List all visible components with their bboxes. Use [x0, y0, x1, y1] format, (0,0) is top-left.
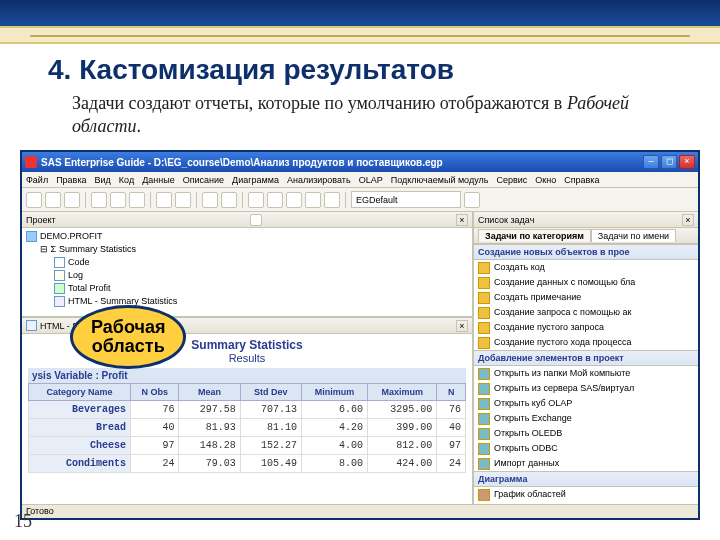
task-section: Диаграмма	[474, 471, 698, 487]
menu-graph[interactable]: Диаграмма	[232, 175, 279, 185]
cell: 6.60	[301, 401, 367, 419]
task-icon	[478, 307, 490, 319]
task-item[interactable]: График областей	[474, 487, 698, 502]
tab-by-name[interactable]: Задачи по имени	[591, 229, 676, 242]
tb-query-icon[interactable]	[305, 192, 321, 208]
task-item[interactable]: Создание пустого хода процесса	[474, 335, 698, 350]
tb-open-icon[interactable]	[45, 192, 61, 208]
task-item[interactable]: Создание запроса с помощью ак	[474, 305, 698, 320]
cell: Bread	[29, 419, 131, 437]
task-list[interactable]: Создание новых объектов в прое Создать к…	[474, 244, 698, 504]
task-icon	[478, 322, 490, 334]
project-tools-icon[interactable]	[250, 214, 262, 226]
task-label: График областей	[494, 488, 566, 501]
task-label: Создание пустого запроса	[494, 321, 604, 334]
tb-grid-icon[interactable]	[248, 192, 264, 208]
subtitle-text-c: .	[136, 116, 141, 136]
project-panel-title: Проект	[26, 215, 56, 225]
task-label: Открыть ODBC	[494, 442, 558, 455]
cell: 24	[131, 455, 179, 473]
tree-item[interactable]: Code	[26, 256, 468, 269]
tasklist-close-icon[interactable]: ×	[682, 214, 694, 226]
tb-save-icon[interactable]	[64, 192, 80, 208]
tree-item[interactable]: Log	[26, 269, 468, 282]
task-label: Импорт данных	[494, 457, 559, 470]
tb-copy-icon[interactable]	[110, 192, 126, 208]
callout-line2: область	[91, 337, 165, 356]
menu-describe[interactable]: Описание	[183, 175, 224, 185]
col-max: Maximum	[367, 384, 436, 401]
cell: 707.13	[240, 401, 301, 419]
task-item[interactable]: Создание данных с помощью бла	[474, 275, 698, 290]
tb-new-icon[interactable]	[26, 192, 42, 208]
data-icon	[54, 283, 65, 294]
menu-view[interactable]: Вид	[95, 175, 111, 185]
task-item[interactable]: Открыть Exchange	[474, 411, 698, 426]
task-item[interactable]: Создание пустого запроса	[474, 320, 698, 335]
task-item[interactable]: Создать примечание	[474, 290, 698, 305]
task-item[interactable]: Открыть из сервера SAS/виртуал	[474, 381, 698, 396]
task-label: Открыть куб OLAP	[494, 397, 572, 410]
task-label: Создать примечание	[494, 291, 581, 304]
html-icon	[26, 320, 37, 331]
menu-olap[interactable]: OLAP	[359, 175, 383, 185]
app-icon	[25, 156, 37, 168]
menu-window[interactable]: Окно	[535, 175, 556, 185]
menu-tools[interactable]: Сервис	[496, 175, 527, 185]
task-item[interactable]: Открыть OLEDB	[474, 426, 698, 441]
maximize-button[interactable]: ◻	[661, 155, 677, 169]
cell: Cheese	[29, 437, 131, 455]
tb-paste-icon[interactable]	[129, 192, 145, 208]
tb-redo-icon[interactable]	[175, 192, 191, 208]
task-icon	[478, 383, 490, 395]
tb-run-icon[interactable]	[202, 192, 218, 208]
task-item[interactable]: Открыть из папки Мой компьюте	[474, 366, 698, 381]
project-tree[interactable]: DEMO.PROFIT ⊟ Σ Summary Statistics Code …	[22, 228, 472, 318]
result-close-icon[interactable]: ×	[456, 320, 468, 332]
menu-file[interactable]: Файл	[26, 175, 48, 185]
tb-list-icon[interactable]	[267, 192, 283, 208]
cell: 3295.00	[367, 401, 436, 419]
menu-analyze[interactable]: Анализировать	[287, 175, 351, 185]
titlebar[interactable]: SAS Enterprise Guide - D:\EG_course\Demo…	[22, 152, 698, 172]
tb-undo-icon[interactable]	[156, 192, 172, 208]
tree-item[interactable]: HTML - Summary Statistics	[26, 295, 468, 308]
task-item[interactable]: Импорт данных	[474, 456, 698, 471]
table-row: Beverages76297.58707.136.603295.0076	[29, 401, 466, 419]
menu-data[interactable]: Данные	[142, 175, 175, 185]
tb-help-icon[interactable]	[464, 192, 480, 208]
log-icon	[54, 270, 65, 281]
close-button[interactable]: ×	[679, 155, 695, 169]
html-icon	[54, 296, 65, 307]
tb-export-icon[interactable]	[324, 192, 340, 208]
tree-root[interactable]: DEMO.PROFIT	[26, 230, 468, 243]
tb-chart-icon[interactable]	[286, 192, 302, 208]
tree-item[interactable]: Total Profit	[26, 282, 468, 295]
tab-by-category[interactable]: Задачи по категориям	[478, 229, 591, 242]
table-row: Condiments2479.03105.498.00424.0024	[29, 455, 466, 473]
cell: 399.00	[367, 419, 436, 437]
tb-stop-icon[interactable]	[221, 192, 237, 208]
cell: 4.20	[301, 419, 367, 437]
col-nobs: N Obs	[131, 384, 179, 401]
tree-node[interactable]: ⊟ Σ Summary Statistics	[26, 243, 468, 256]
project-panel-header: Проект ×	[22, 212, 472, 228]
task-icon	[478, 428, 490, 440]
task-item[interactable]: Создать код	[474, 260, 698, 275]
stats-table: Category Name N Obs Mean Std Dev Minimum…	[28, 383, 466, 473]
menu-code[interactable]: Код	[119, 175, 134, 185]
style-combo[interactable]: EGDefault	[351, 191, 461, 208]
task-label: Создание данных с помощью бла	[494, 276, 635, 289]
project-close-icon[interactable]: ×	[456, 214, 468, 226]
menu-help[interactable]: Справка	[564, 175, 599, 185]
table-row: Cheese97148.28152.274.00812.0097	[29, 437, 466, 455]
menu-edit[interactable]: Правка	[56, 175, 86, 185]
tb-cut-icon[interactable]	[91, 192, 107, 208]
task-label: Создание пустого хода процесса	[494, 336, 631, 349]
task-item[interactable]: Открыть куб OLAP	[474, 396, 698, 411]
tree-item-label: Log	[68, 269, 83, 282]
task-item[interactable]: Открыть ODBC	[474, 441, 698, 456]
task-label: Создание запроса с помощью ак	[494, 306, 631, 319]
minimize-button[interactable]: –	[643, 155, 659, 169]
menu-addin[interactable]: Подключаемый модуль	[391, 175, 489, 185]
